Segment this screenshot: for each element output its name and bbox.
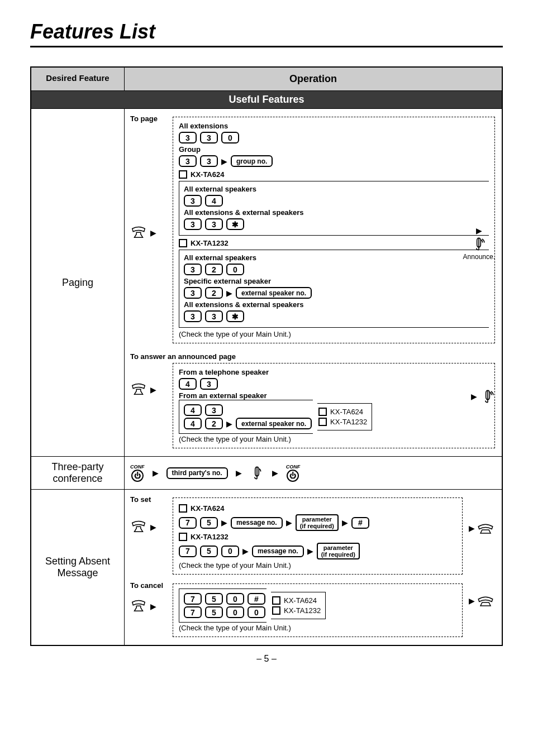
label-announce: Announce. — [463, 253, 495, 261]
key-2: 2 — [205, 418, 223, 429]
key-third-party-no: third party's no. — [166, 467, 228, 479]
key-0: 0 — [221, 546, 239, 557]
key-hash: # — [351, 517, 369, 529]
key-3: 3 — [205, 404, 223, 416]
key-5: 5 — [200, 546, 218, 557]
speak-icon — [472, 236, 486, 252]
check-note: (Check the type of your Main Unit.) — [179, 435, 489, 443]
key-3: 3 — [184, 264, 202, 275]
arrow-icon: ▶ — [286, 518, 292, 527]
offhook-icon — [130, 226, 147, 240]
label-kx-ta1232: KX-TA1232 — [330, 418, 367, 426]
arrow-icon: ▶ — [469, 524, 475, 533]
checkbox-kx-ta624 — [318, 408, 327, 416]
speak-icon — [250, 465, 264, 481]
key-0: 0 — [221, 132, 239, 143]
key-star: ✱ — [226, 218, 244, 230]
key-3: 3 — [205, 310, 223, 322]
label-kx-ta1232: KX-TA1232 — [191, 533, 229, 541]
col-header-operation: Operation — [125, 68, 502, 91]
section-useful-features: Useful Features — [31, 91, 502, 109]
arrow-icon: ▶ — [221, 157, 227, 166]
key-group-no: group no. — [231, 155, 273, 167]
feature-absent-message: Setting Absent Message — [31, 490, 125, 645]
arrow-icon: ▶ — [221, 518, 227, 527]
key-0: 0 — [226, 606, 244, 618]
key-2: 2 — [205, 287, 223, 299]
checkbox-kx-ta624 — [179, 504, 187, 513]
label-group: Group — [179, 145, 489, 154]
checkbox-kx-ta624 — [179, 170, 187, 179]
key-3: 3 — [184, 218, 202, 230]
arrow-icon: ▶ — [150, 228, 156, 237]
arrow-icon: ▶ — [476, 226, 482, 235]
arrow-icon: ▶ — [342, 518, 348, 527]
label-to-cancel: To cancel — [130, 581, 163, 590]
checkbox-kx-ta1232 — [179, 239, 187, 247]
checkbox-kx-ta1232 — [318, 418, 327, 426]
checkbox-kx-ta624 — [272, 596, 280, 605]
label-to-answer: To answer an announced page — [130, 352, 495, 361]
feature-conference: Three-party conference — [31, 457, 125, 489]
key-7: 7 — [179, 517, 197, 529]
conf-button-icon: CONF⏻ — [286, 464, 301, 482]
arrow-icon: ▶ — [469, 596, 475, 605]
label-to-set: To set — [130, 495, 151, 504]
key-5: 5 — [205, 593, 223, 605]
key-4: 4 — [205, 195, 223, 207]
col-header-feature: Desired Feature — [31, 68, 125, 91]
arrow-icon: ▶ — [150, 523, 156, 532]
key-7: 7 — [184, 593, 202, 605]
label-all-ext-speakers: All external speakers — [184, 185, 484, 193]
row-paging: Paging To page All extensions 330 Group … — [31, 109, 502, 457]
key-4: 4 — [184, 404, 202, 416]
arrow-icon: ▶ — [150, 602, 156, 611]
label-kx-ta1232: KX-TA1232 — [284, 606, 321, 615]
key-7: 7 — [184, 606, 202, 618]
label-all-ext-and-spk: All extensions & external speakers — [184, 300, 484, 309]
key-3: 3 — [205, 218, 223, 230]
key-3: 3 — [179, 132, 197, 143]
offhook-icon — [130, 600, 147, 613]
row-conference: Three-party conference CONF⏻ ▶ third par… — [31, 457, 502, 490]
key-2: 2 — [205, 264, 223, 275]
key-3: 3 — [184, 287, 202, 299]
arrow-icon: ▶ — [471, 392, 477, 401]
key-parameter: parameter(if required) — [296, 514, 339, 531]
key-3: 3 — [179, 155, 197, 167]
features-table: Desired Feature Operation Useful Feature… — [30, 66, 503, 646]
key-star: ✱ — [226, 310, 244, 322]
key-5: 5 — [200, 517, 218, 529]
arrow-icon: ▶ — [236, 468, 242, 477]
key-3: 3 — [200, 378, 218, 390]
key-0: 0 — [226, 264, 244, 275]
label-all-ext-speakers: All external speakers — [184, 253, 484, 262]
label-kx-ta624: KX-TA624 — [330, 408, 363, 416]
check-note: (Check the type of your Main Unit.) — [179, 624, 456, 632]
check-note: (Check the type of your Main Unit.) — [179, 330, 489, 338]
key-message-no: message no. — [252, 546, 304, 557]
key-parameter: parameter(if required) — [317, 543, 360, 559]
arrow-icon: ▶ — [226, 289, 232, 298]
row-absent-message: Setting Absent Message To set ▶ KX-TA624… — [31, 490, 502, 645]
offhook-icon — [130, 383, 147, 396]
arrow-icon: ▶ — [242, 547, 249, 556]
label-kx-ta624: KX-TA624 — [191, 170, 224, 179]
key-hash: # — [248, 593, 265, 605]
key-4: 4 — [184, 418, 202, 429]
label-kx-ta624: KX-TA624 — [191, 504, 224, 513]
key-5: 5 — [205, 606, 223, 618]
arrow-icon: ▶ — [272, 468, 278, 477]
label-from-external: From an external speaker — [179, 391, 489, 400]
offhook-icon — [130, 520, 147, 534]
speak-icon — [480, 389, 495, 404]
onhook-icon — [477, 595, 494, 607]
label-to-page: To page — [130, 114, 158, 123]
label-all-extensions: All extensions — [179, 122, 489, 130]
key-ext-spk-no: external speaker no. — [236, 287, 312, 299]
checkbox-kx-ta1232 — [272, 606, 280, 615]
key-ext-spk-no: external speaker no. — [236, 418, 312, 429]
onhook-icon — [477, 522, 494, 534]
label-kx-ta624: KX-TA624 — [284, 596, 317, 605]
arrow-icon: ▶ — [153, 468, 159, 477]
